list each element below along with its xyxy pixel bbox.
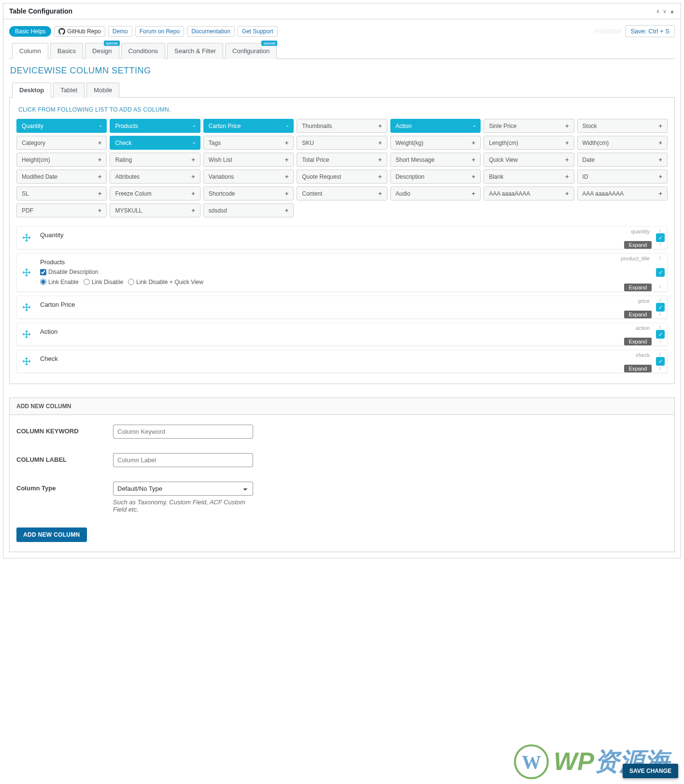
column-chip[interactable]: Width(cm)+: [577, 136, 668, 150]
column-chip[interactable]: Content+: [297, 186, 387, 200]
column-chip[interactable]: Quote Request+: [297, 170, 387, 184]
column-chip[interactable]: Freeze Colum+: [110, 186, 200, 200]
column-chip[interactable]: Audio+: [390, 186, 481, 200]
expand-button[interactable]: Expand: [624, 284, 652, 291]
visibility-toggle[interactable]: ✓: [656, 330, 665, 339]
column-chip[interactable]: Rating+: [110, 153, 200, 167]
collapse-down-icon[interactable]: ∨: [663, 8, 667, 14]
column-chip[interactable]: Description+: [390, 170, 481, 184]
column-chip[interactable]: SL+: [16, 186, 107, 200]
expand-button[interactable]: Expand: [624, 365, 652, 372]
github-icon: [58, 28, 65, 35]
github-repo-link[interactable]: GitHub Repo: [54, 26, 105, 37]
column-chip[interactable]: Action-: [390, 119, 481, 133]
label-input[interactable]: [113, 453, 253, 467]
column-chip[interactable]: Wish List+: [203, 153, 294, 167]
column-chip[interactable]: Thumbnails+: [297, 119, 387, 133]
column-chip[interactable]: Blank+: [484, 170, 574, 184]
forum-link[interactable]: Forum on Repo: [135, 26, 184, 37]
column-chip[interactable]: AAA aaaaAAAA+: [484, 186, 574, 200]
column-chip[interactable]: Variations+: [203, 170, 294, 184]
support-link[interactable]: Get Support: [238, 26, 278, 37]
minus-icon: -: [193, 122, 195, 129]
column-chip[interactable]: ID+: [577, 170, 668, 184]
column-chip[interactable]: Stock+: [577, 119, 668, 133]
visibility-toggle[interactable]: ✓: [656, 357, 665, 366]
column-chip[interactable]: Check-: [110, 136, 200, 150]
tab-column[interactable]: Column: [12, 43, 48, 59]
drag-handle-icon[interactable]: [17, 227, 36, 249]
drag-handle-icon[interactable]: [17, 254, 36, 291]
device-tab-mobile[interactable]: Mobile: [86, 83, 119, 98]
column-chip[interactable]: MYSKULL+: [110, 203, 200, 217]
column-chip[interactable]: Date+: [577, 153, 668, 167]
move-down-icon[interactable]: ⇩: [658, 312, 662, 316]
column-controls: ⇧✓⇩: [654, 227, 667, 249]
drag-handle-icon[interactable]: [17, 296, 36, 318]
move-down-icon[interactable]: ⇩: [658, 285, 662, 289]
disable-desc-checkbox[interactable]: Disable Description: [40, 269, 98, 275]
column-chip[interactable]: Weight(kg)+: [390, 136, 481, 150]
plus-icon: +: [378, 139, 382, 146]
save-hint-button[interactable]: Save: Ctrl + S: [625, 25, 675, 37]
tab-search-filter[interactable]: Search & Filter: [167, 43, 223, 59]
column-title: Quantity: [40, 231, 601, 239]
move-up-icon[interactable]: ⇧: [658, 228, 662, 233]
move-up-icon[interactable]: ⇧: [658, 256, 662, 260]
column-chip[interactable]: Attributes+: [110, 170, 200, 184]
move-up-icon[interactable]: ⇧: [658, 298, 662, 303]
add-column-button[interactable]: ADD NEW COLUMN: [16, 527, 87, 542]
toggle-icon[interactable]: ▲: [670, 8, 675, 14]
device-tab-desktop[interactable]: Desktop: [12, 83, 51, 98]
type-select[interactable]: Default/No Type: [113, 482, 253, 496]
column-chip[interactable]: Quick View+: [484, 153, 574, 167]
move-down-icon[interactable]: ⇩: [658, 366, 662, 371]
column-chip[interactable]: Products-: [110, 119, 200, 133]
link-disable-qv-radio[interactable]: Link Disable + Quick View: [128, 279, 203, 285]
move-down-icon[interactable]: ⇩: [658, 242, 662, 247]
visibility-toggle[interactable]: ✓: [656, 303, 665, 312]
column-chip[interactable]: Short Message+: [390, 153, 481, 167]
expand-button[interactable]: Expand: [624, 241, 652, 249]
link-enable-radio[interactable]: Link Enable: [40, 279, 79, 285]
column-chip[interactable]: Carton Price-: [203, 119, 294, 133]
keyword-input[interactable]: [113, 425, 253, 439]
expand-button[interactable]: Expand: [624, 311, 652, 318]
column-chip[interactable]: Sinle Price+: [484, 119, 574, 133]
column-chip[interactable]: Category+: [16, 136, 107, 150]
demo-link[interactable]: Demo: [108, 26, 132, 37]
expand-button[interactable]: Expand: [624, 338, 652, 345]
column-chip[interactable]: PDF+: [16, 203, 107, 217]
drag-handle-icon[interactable]: [17, 323, 36, 345]
move-down-icon[interactable]: ⇩: [658, 339, 662, 343]
column-chip[interactable]: Length(cm)+: [484, 136, 574, 150]
column-chip[interactable]: AAA aaaaAAAA+: [577, 186, 668, 200]
device-tab-tablet[interactable]: Tablet: [53, 83, 85, 98]
plus-icon: +: [565, 139, 569, 146]
chip-hint: CLICK FROM FOLLOWING LIST TO ADD AS COLU…: [18, 106, 668, 113]
column-chip[interactable]: Modified Date+: [16, 170, 107, 184]
move-up-icon[interactable]: ⇧: [658, 352, 662, 357]
visibility-toggle[interactable]: ✓: [656, 233, 665, 242]
tab-basics[interactable]: Basics: [50, 43, 83, 59]
column-chip[interactable]: Quantity-: [16, 119, 107, 133]
tab-conditions[interactable]: Conditions: [121, 43, 165, 59]
tab-configuration[interactable]: Configurationspecial: [225, 43, 277, 59]
column-chip[interactable]: Tags+: [203, 136, 294, 150]
column-chip[interactable]: Height(cm)+: [16, 153, 107, 167]
column-chip[interactable]: Total Price+: [297, 153, 387, 167]
link-disable-radio[interactable]: Link Disable: [84, 279, 123, 285]
basic-helps-pill[interactable]: Basic Helps: [9, 26, 51, 37]
collapse-up-icon[interactable]: ∧: [656, 8, 660, 14]
plus-icon: +: [658, 156, 662, 163]
column-chip[interactable]: SKU+: [297, 136, 387, 150]
drag-handle-icon[interactable]: [17, 350, 36, 372]
documentation-link[interactable]: Documentation: [187, 26, 235, 37]
visibility-toggle[interactable]: ✓: [656, 268, 665, 277]
move-up-icon[interactable]: ⇧: [658, 325, 662, 330]
column-title: Products: [40, 258, 601, 266]
plus-icon: +: [472, 190, 476, 197]
column-chip[interactable]: Shortcode+: [203, 186, 294, 200]
column-chip[interactable]: sdsdsd+: [203, 203, 294, 217]
tab-design[interactable]: Designspecial: [85, 43, 119, 59]
